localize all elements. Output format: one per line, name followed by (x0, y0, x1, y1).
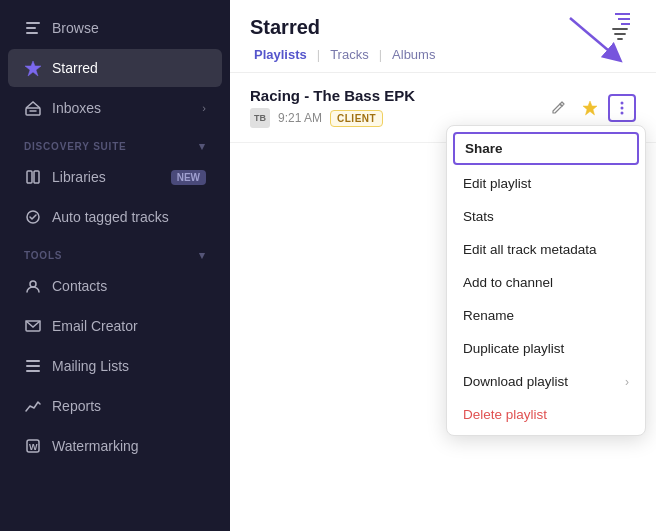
dropdown-item-edit-playlist[interactable]: Edit playlist (447, 167, 645, 200)
sidebar-item-reports-label: Reports (52, 398, 206, 414)
sidebar: Browse Starred Inboxes › DISCOVERY SUITE… (0, 0, 230, 531)
sidebar-item-inboxes-label: Inboxes (52, 100, 192, 116)
inboxes-chevron-icon: › (202, 102, 206, 114)
dropdown-item-edit-metadata[interactable]: Edit all track metadata (447, 233, 645, 266)
playlist-time: 9:21 AM (278, 111, 322, 125)
page-title: Starred (250, 16, 636, 39)
sidebar-item-reports[interactable]: Reports (8, 387, 222, 425)
tab-sep-2: | (379, 47, 382, 62)
sidebar-item-starred[interactable]: Starred (8, 49, 222, 87)
svg-text:W: W (29, 442, 38, 452)
sidebar-item-watermarking-label: Watermarking (52, 438, 206, 454)
svg-marker-22 (583, 101, 597, 115)
tools-section: TOOLS ▾ (0, 237, 230, 266)
main-header: Starred Playlists | Tracks | Albums (230, 0, 656, 73)
sidebar-item-email-creator[interactable]: Email Creator (8, 307, 222, 345)
tab-tracks[interactable]: Tracks (326, 45, 373, 64)
svg-rect-0 (26, 22, 40, 24)
sidebar-item-email-creator-label: Email Creator (52, 318, 206, 334)
tab-albums[interactable]: Albums (388, 45, 439, 64)
sidebar-item-watermarking[interactable]: W Watermarking (8, 427, 222, 465)
inbox-icon (24, 99, 42, 117)
sidebar-item-contacts[interactable]: Contacts (8, 267, 222, 305)
dropdown-item-stats[interactable]: Stats (447, 200, 645, 233)
dropdown-item-download[interactable]: Download playlist › (447, 365, 645, 398)
libraries-badge: NEW (171, 170, 206, 185)
svg-point-8 (30, 281, 36, 287)
more-options-button[interactable] (608, 94, 636, 122)
main-content: Starred Playlists | Tracks | Albums Raci… (230, 0, 656, 531)
sidebar-item-browse-label: Browse (52, 20, 206, 36)
edit-button[interactable] (544, 94, 572, 122)
tab-sep-1: | (317, 47, 320, 62)
playlist-info: Racing - The Bass EPK TB 9:21 AM CLIENT (250, 87, 544, 128)
download-playlist-label: Download playlist (463, 374, 568, 389)
tools-section-label: TOOLS (24, 250, 62, 261)
discovery-suite-label: DISCOVERY SUITE (24, 141, 127, 152)
filter-icon[interactable] (604, 18, 636, 50)
tab-playlists[interactable]: Playlists (250, 45, 311, 64)
dropdown-item-share[interactable]: Share (453, 132, 639, 165)
tabs-bar: Playlists | Tracks | Albums (250, 45, 636, 64)
dropdown-menu: Share Edit playlist Stats Edit all track… (446, 125, 646, 436)
svg-rect-12 (26, 370, 40, 372)
svg-marker-3 (25, 61, 41, 76)
playlist-name: Racing - The Bass EPK (250, 87, 544, 104)
svg-rect-5 (27, 171, 32, 183)
sidebar-item-libraries-label: Libraries (52, 169, 161, 185)
svg-point-24 (621, 106, 624, 109)
dropdown-item-duplicate[interactable]: Duplicate playlist (447, 332, 645, 365)
sidebar-item-auto-tagged-label: Auto tagged tracks (52, 209, 206, 225)
svg-point-23 (621, 101, 624, 104)
client-badge: CLIENT (330, 110, 383, 127)
sidebar-item-mailing-lists[interactable]: Mailing Lists (8, 347, 222, 385)
sidebar-item-inboxes[interactable]: Inboxes › (8, 89, 222, 127)
discovery-chevron-icon: ▾ (199, 140, 206, 153)
sidebar-item-starred-label: Starred (52, 60, 206, 76)
auto-tag-icon (24, 208, 42, 226)
dropdown-item-add-channel[interactable]: Add to channel (447, 266, 645, 299)
sidebar-item-libraries[interactable]: Libraries NEW (8, 158, 222, 196)
svg-rect-2 (26, 32, 38, 34)
dropdown-item-rename[interactable]: Rename (447, 299, 645, 332)
playlist-initials: TB (250, 108, 270, 128)
email-icon (24, 317, 42, 335)
library-icon (24, 168, 42, 186)
sidebar-item-contacts-label: Contacts (52, 278, 206, 294)
mailing-icon (24, 357, 42, 375)
svg-rect-10 (26, 360, 40, 362)
dropdown-item-delete[interactable]: Delete playlist (447, 398, 645, 431)
svg-rect-1 (26, 27, 36, 29)
download-chevron-icon: › (625, 375, 629, 389)
contacts-icon (24, 277, 42, 295)
svg-rect-11 (26, 365, 40, 367)
star-icon (24, 59, 42, 77)
svg-rect-6 (34, 171, 39, 183)
playlist-actions (544, 94, 636, 122)
sidebar-item-auto-tagged[interactable]: Auto tagged tracks (8, 198, 222, 236)
sidebar-item-mailing-lists-label: Mailing Lists (52, 358, 206, 374)
playlist-row[interactable]: Racing - The Bass EPK TB 9:21 AM CLIENT (230, 73, 656, 143)
discovery-suite-section: DISCOVERY SUITE ▾ (0, 128, 230, 157)
star-button[interactable] (576, 94, 604, 122)
sidebar-item-browse[interactable]: Browse (8, 9, 222, 47)
browse-icon (24, 19, 42, 37)
tools-chevron-icon: ▾ (199, 249, 206, 262)
reports-icon (24, 397, 42, 415)
watermark-icon: W (24, 437, 42, 455)
svg-point-25 (621, 111, 624, 114)
